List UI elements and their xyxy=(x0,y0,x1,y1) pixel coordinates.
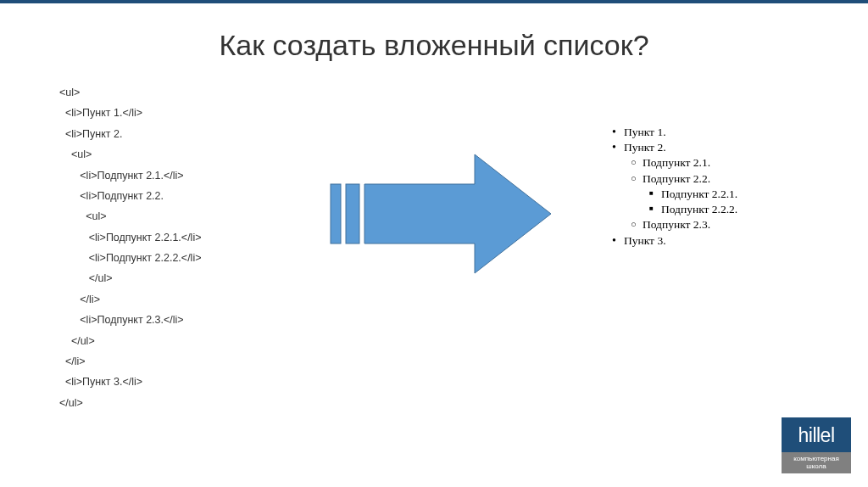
logo-name: hillel xyxy=(782,417,851,452)
main-area: <ul> <li>Пункт 1.</li> <li>Пункт 2. <ul>… xyxy=(34,82,834,413)
code-line: <li>Пункт 2. xyxy=(59,124,271,144)
svg-rect-0 xyxy=(331,184,341,244)
code-line: <li>Пункт 1.</li> xyxy=(59,103,271,123)
arrow-right-icon xyxy=(326,150,555,277)
code-line: <ul> xyxy=(59,144,271,165)
code-line: <li>Подпункт 2.2.2.</li> xyxy=(59,248,271,268)
slide-content: Как создать вложенный список? <ul> <li>П… xyxy=(0,3,868,413)
list-item: Пункт 2. xyxy=(610,140,737,155)
code-line: <li>Подпункт 2.2.1.</li> xyxy=(59,227,271,248)
list-item: Подпункт 2.2. xyxy=(629,171,737,187)
code-line: <li>Подпункт 2.1.</li> xyxy=(59,165,271,186)
hillel-logo: hillel компьютерная школа xyxy=(782,417,851,473)
code-line: </li> xyxy=(59,289,271,310)
code-line: <ul> xyxy=(59,82,271,103)
list-item: Подпункт 2.3. xyxy=(629,217,737,232)
code-line: </ul> xyxy=(59,268,271,288)
code-line: </li> xyxy=(59,351,271,372)
logo-subtitle: компьютерная школа xyxy=(782,452,851,473)
code-line: <ul> xyxy=(59,206,271,227)
html-code-example: <ul> <li>Пункт 1.</li> <li>Пункт 2. <ul>… xyxy=(34,82,271,413)
rendered-list-output: Пункт 1. Пункт 2. Подпункт 2.1. Подпункт… xyxy=(610,125,737,249)
svg-rect-1 xyxy=(346,184,359,244)
list-item: Подпункт 2.2.2. xyxy=(648,202,737,217)
code-line: </ul> xyxy=(59,331,271,351)
code-line: <li>Подпункт 2.2. xyxy=(59,186,271,206)
list-item: Пункт 1. xyxy=(610,125,737,140)
list-item: Пункт 3. xyxy=(610,233,737,249)
code-line: <li>Подпункт 2.3.</li> xyxy=(59,310,271,330)
list-item: Подпункт 2.1. xyxy=(629,155,737,171)
code-line: </ul> xyxy=(59,393,271,413)
list-item: Подпункт 2.2.1. xyxy=(648,187,737,202)
code-line: <li>Пункт 3.</li> xyxy=(59,372,271,392)
slide-title: Как создать вложенный список? xyxy=(34,29,834,62)
